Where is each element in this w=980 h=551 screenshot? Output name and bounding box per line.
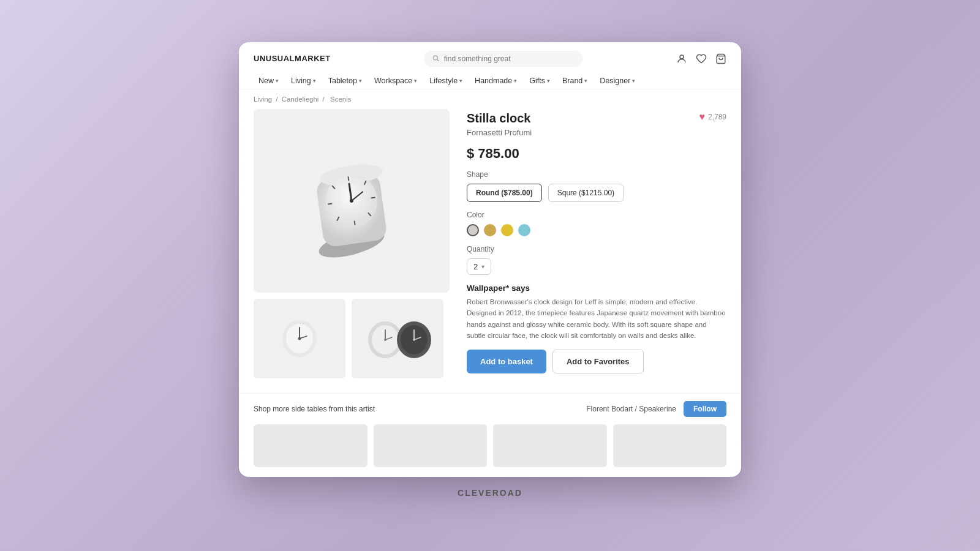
related-thumb-2[interactable] (374, 424, 488, 467)
nav-item-gifts[interactable]: Gifts▾ (524, 73, 555, 89)
search-icon (432, 54, 440, 62)
svg-line-8 (348, 176, 349, 181)
bottom-bar: Shop more side tables from this artist F… (239, 393, 741, 424)
color-gold[interactable] (484, 224, 496, 236)
nav-menu: New▾ Living▾ Tabletop▾ Workspace▾ Lifest… (254, 73, 726, 89)
related-products-row (239, 424, 741, 477)
svg-line-1 (437, 59, 439, 61)
wishlist-icon[interactable] (696, 53, 707, 64)
nav-item-new[interactable]: New▾ (254, 73, 284, 89)
thumbnail-2[interactable] (352, 299, 443, 378)
chevron-down-icon: ▾ (481, 263, 484, 270)
search-input[interactable] (444, 54, 575, 63)
logo: UnusualMarket (254, 54, 331, 63)
product-details: Stilla clock ♥ 2,789 Fornasetti Profumi … (467, 109, 726, 384)
shape-square-button[interactable]: Squre ($1215.00) (548, 184, 624, 202)
nav-item-tabletop[interactable]: Tabletop▾ (323, 73, 367, 89)
color-label: Color (467, 211, 726, 219)
image-section (254, 109, 450, 384)
breadcrumb-living[interactable]: Living (254, 96, 272, 103)
color-options (467, 224, 726, 236)
thumb-clocks-dark (358, 314, 437, 363)
breadcrumb: Living / Candelieghi / Scenis (239, 89, 741, 109)
brand-name: Fornasetti Profumi (467, 128, 726, 137)
product-title: Stilla clock (467, 111, 531, 126)
quantity-value: 2 (473, 262, 478, 271)
search-bar[interactable] (424, 51, 583, 67)
quantity-label: Quantity (467, 245, 726, 253)
cart-icon[interactable] (715, 53, 726, 64)
nav-item-workspace[interactable]: Workspace▾ (369, 73, 422, 89)
thumbnail-1[interactable] (254, 299, 345, 378)
svg-line-9 (355, 220, 355, 225)
footer-brand: CLEVEROAD (447, 477, 533, 509)
related-thumb-3[interactable] (493, 424, 607, 467)
nav-item-handmade[interactable]: Handmade▾ (470, 73, 522, 89)
add-to-basket-button[interactable]: Add to basket (467, 350, 546, 373)
add-to-favorites-button[interactable]: Add to Favorites (552, 350, 644, 373)
wallpaper-text: Robert Bronwasser's clock design for Lef… (467, 296, 726, 342)
heart-icon: ♥ (699, 111, 705, 122)
related-thumb-4[interactable] (613, 424, 727, 467)
action-buttons: Add to basket Add to Favorites (467, 350, 726, 373)
wishlist-number: 2,789 (708, 113, 726, 121)
related-thumb-1[interactable] (254, 424, 368, 467)
navbar: UnusualMarket (239, 42, 741, 89)
clock-illustration (290, 140, 413, 262)
main-product-image (254, 109, 450, 293)
artist-name: Florent Bodart / Speakerine (586, 405, 676, 413)
thumbnail-row (254, 299, 450, 378)
wishlist-count: ♥ 2,789 (699, 111, 726, 122)
shape-label: Shape (467, 170, 726, 179)
color-yellow[interactable] (501, 224, 513, 236)
nav-item-living[interactable]: Living▾ (286, 73, 321, 89)
breadcrumb-current: Scenis (330, 96, 352, 103)
svg-point-0 (433, 56, 437, 60)
nav-item-brand[interactable]: Brand▾ (557, 73, 592, 89)
nav-item-lifestyle[interactable]: Lifestyle▾ (424, 73, 467, 89)
color-gray[interactable] (467, 224, 479, 236)
shape-round-button[interactable]: Round ($785.00) (467, 184, 542, 202)
navbar-icons (676, 53, 726, 64)
shape-options: Round ($785.00) Squre ($1215.00) (467, 184, 726, 202)
nav-item-designer[interactable]: Designer▾ (595, 73, 640, 89)
wallpaper-section: Wallpaper* says Robert Bronwasser's cloc… (467, 283, 726, 342)
product-price: $ 785.00 (467, 146, 726, 162)
svg-point-2 (680, 55, 684, 59)
breadcrumb-candelieghi[interactable]: Candelieghi (282, 96, 319, 103)
color-blue[interactable] (518, 224, 530, 236)
browser-window: UnusualMarket (239, 42, 741, 478)
quantity-selector[interactable]: 2 ▾ (467, 258, 491, 275)
artist-follow: Florent Bodart / Speakerine Follow (586, 401, 726, 417)
quantity-section: 2 ▾ (467, 258, 726, 275)
follow-button[interactable]: Follow (684, 401, 726, 417)
user-icon[interactable] (676, 53, 687, 64)
shop-more-text: Shop more side tables from this artist (254, 405, 375, 413)
product-area: Stilla clock ♥ 2,789 Fornasetti Profumi … (239, 109, 741, 394)
svg-line-10 (328, 203, 332, 204)
thumb-clock-white (275, 314, 324, 363)
svg-line-11 (371, 197, 375, 198)
wallpaper-title: Wallpaper* says (467, 283, 726, 293)
